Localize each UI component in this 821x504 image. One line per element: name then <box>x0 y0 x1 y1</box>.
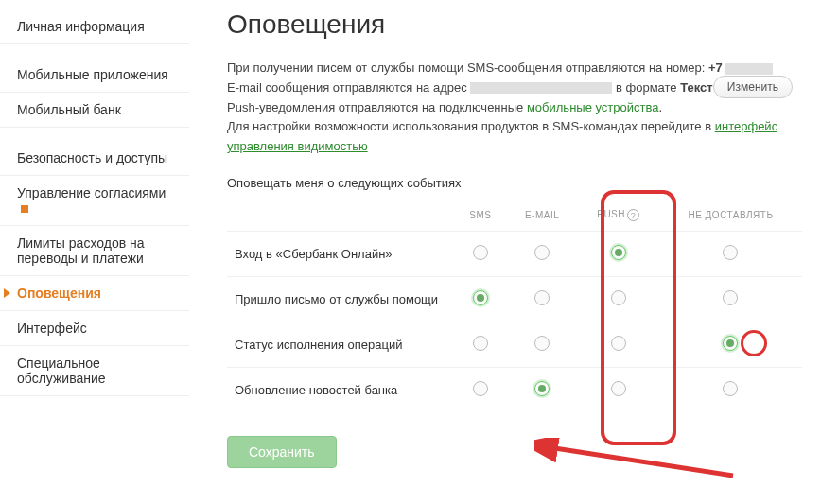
table-row: Вход в «Сбербанк Онлайн» <box>227 231 802 276</box>
table-wrap: SMS E-MAIL PUSH? НЕ ДОСТАВЛЯТЬ Вход в «С… <box>227 200 802 468</box>
sidebar: Личная информация Мобильные приложения М… <box>0 0 189 487</box>
sidebar-item-notifications[interactable]: Оповещения <box>0 276 189 311</box>
sidebar-label: Управление согласиями <box>17 185 166 200</box>
radio-push[interactable] <box>611 245 626 260</box>
link-mobile-devices[interactable]: мобильные устройства <box>527 100 659 114</box>
phone-prefix: +7 <box>708 61 723 75</box>
radio-none[interactable] <box>723 381 738 396</box>
radio-email[interactable] <box>534 290 550 305</box>
info-text: При получении писем от службы помощи SMS… <box>227 61 708 75</box>
save-button[interactable]: Сохранить <box>227 436 337 468</box>
format-text: Текст <box>680 80 712 95</box>
masked-phone <box>725 63 773 75</box>
sidebar-item-mobile-apps[interactable]: Мобильные приложения <box>0 58 189 93</box>
table-row: Пришло письмо от службы помощи <box>227 276 802 322</box>
svg-line-0 <box>549 447 733 476</box>
sidebar-label: Личная информация <box>17 19 145 34</box>
table-row: Обновление новостей банка <box>227 367 802 412</box>
page-title: Оповещения <box>227 9 802 40</box>
sidebar-item-special[interactable]: Специальное обслуживание <box>0 346 189 396</box>
notifications-table: SMS E-MAIL PUSH? НЕ ДОСТАВЛЯТЬ Вход в «С… <box>227 200 802 412</box>
sidebar-label: Оповещения <box>17 286 101 301</box>
sidebar-label: Лимиты расходов на переводы и платежи <box>17 235 145 266</box>
radio-none[interactable] <box>723 290 738 305</box>
radio-none[interactable] <box>723 245 738 260</box>
radio-sms[interactable] <box>473 290 488 305</box>
radio-sms[interactable] <box>473 336 488 351</box>
radio-sms[interactable] <box>473 245 488 260</box>
table-row: Статус исполнения операций <box>227 322 802 367</box>
row-label: Статус исполнения операций <box>227 322 454 367</box>
info-text: Push-уведомления отправляются на подключ… <box>227 100 527 114</box>
col-sms: SMS <box>454 200 507 232</box>
col-push: PUSH? <box>577 200 659 232</box>
radio-push[interactable] <box>611 336 626 351</box>
col-email: E-MAIL <box>507 200 578 232</box>
sidebar-label: Мобильный банк <box>17 102 121 117</box>
col-none: НЕ ДОСТАВЛЯТЬ <box>659 200 802 232</box>
badge-icon <box>21 205 28 213</box>
info-block: При получении писем от службы помощи SMS… <box>227 59 802 157</box>
radio-none[interactable] <box>723 336 738 351</box>
row-label: Обновление новостей банка <box>227 367 454 412</box>
info-text: в формате <box>616 80 680 95</box>
sidebar-item-consents[interactable]: Управление согласиями <box>0 176 189 226</box>
sidebar-item-security[interactable]: Безопасность и доступы <box>0 141 189 176</box>
row-label: Пришло письмо от службы помощи <box>227 276 454 322</box>
sidebar-label: Специальное обслуживание <box>17 356 106 386</box>
change-button[interactable]: Изменить <box>713 76 793 98</box>
row-label: Вход в «Сбербанк Онлайн» <box>227 231 454 276</box>
subtitle: Оповещать меня о следующих событиях <box>227 176 802 190</box>
sidebar-item-personal[interactable]: Личная информация <box>0 9 189 44</box>
sidebar-item-interface[interactable]: Интерфейс <box>0 311 189 346</box>
masked-email <box>470 82 612 94</box>
sidebar-label: Интерфейс <box>17 321 87 336</box>
radio-push[interactable] <box>611 381 626 396</box>
help-icon[interactable]: ? <box>627 209 639 221</box>
info-text: E-mail сообщения отправляются на адрес <box>227 80 467 95</box>
sidebar-item-mobile-bank[interactable]: Мобильный банк <box>0 93 189 128</box>
arrow-annotation <box>534 438 742 485</box>
info-text: Для настройки возможности использования … <box>227 119 715 133</box>
sidebar-label: Безопасность и доступы <box>17 150 167 165</box>
radio-email[interactable] <box>534 381 550 396</box>
radio-push[interactable] <box>611 290 626 305</box>
radio-email[interactable] <box>534 245 550 260</box>
main-content: Оповещения При получении писем от службы… <box>189 0 821 487</box>
radio-email[interactable] <box>534 336 550 351</box>
col-event <box>227 200 454 232</box>
sidebar-item-limits[interactable]: Лимиты расходов на переводы и платежи <box>0 226 189 276</box>
sidebar-label: Мобильные приложения <box>17 67 168 82</box>
radio-sms[interactable] <box>473 381 488 396</box>
